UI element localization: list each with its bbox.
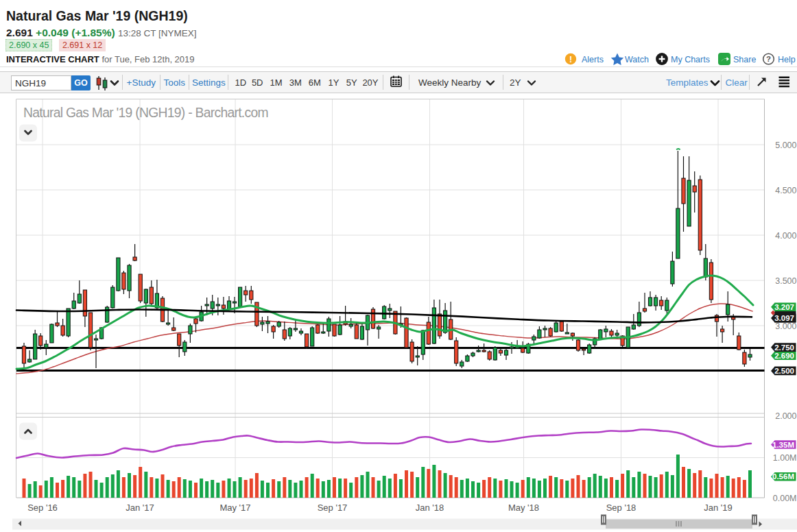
svg-text:3.097: 3.097 bbox=[774, 314, 794, 322]
svg-text:Sep '18: Sep '18 bbox=[606, 503, 637, 513]
svg-text:Sep '16: Sep '16 bbox=[27, 503, 58, 513]
svg-text:2.690: 2.690 bbox=[774, 352, 794, 360]
svg-text:May '18: May '18 bbox=[508, 503, 539, 513]
svg-text:3.500: 3.500 bbox=[775, 276, 796, 286]
svg-text:2.500: 2.500 bbox=[774, 367, 794, 375]
svg-text:0.56M: 0.56M bbox=[772, 472, 794, 481]
svg-text:Jan '17: Jan '17 bbox=[126, 503, 154, 513]
svg-text:1.00M: 1.00M bbox=[773, 453, 797, 463]
svg-text:1.35M: 1.35M bbox=[772, 441, 794, 449]
svg-text:3.000: 3.000 bbox=[775, 322, 796, 331]
svg-text:Natural Gas Mar '19 (NGH19) -: Natural Gas Mar '19 (NGH19) - Barchart.c… bbox=[23, 106, 268, 120]
svg-text:4.500: 4.500 bbox=[775, 186, 796, 195]
svg-text:May '17: May '17 bbox=[219, 503, 250, 513]
svg-text:0.00M: 0.00M bbox=[773, 494, 797, 503]
svg-text:2.000: 2.000 bbox=[775, 411, 796, 421]
svg-text:Jan '19: Jan '19 bbox=[704, 503, 733, 513]
svg-text:Jan '18: Jan '18 bbox=[416, 503, 444, 513]
svg-text:3.207: 3.207 bbox=[774, 303, 794, 311]
svg-text:Sep '17: Sep '17 bbox=[318, 503, 348, 513]
svg-text:2.750: 2.750 bbox=[774, 343, 794, 352]
svg-text:4.000: 4.000 bbox=[775, 231, 796, 241]
svg-text:5.000: 5.000 bbox=[775, 141, 796, 150]
